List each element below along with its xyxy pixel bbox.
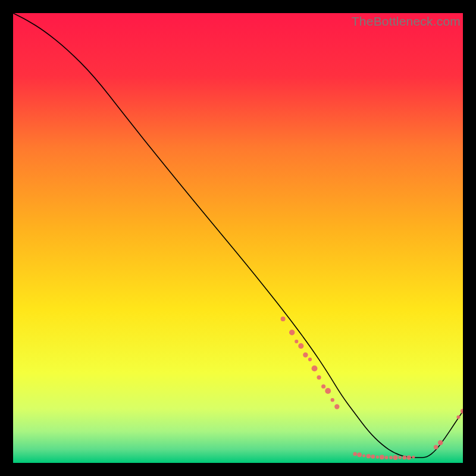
segment-dots-descending-dot xyxy=(303,352,308,357)
gradient-bg xyxy=(13,13,463,463)
segment-dots-descending-dot xyxy=(295,340,298,343)
segment-dots-floor-dot xyxy=(362,454,365,457)
segment-dots-descending-dot xyxy=(312,365,318,371)
segment-dots-descending-dot xyxy=(308,358,312,361)
segment-dots-floor-dot xyxy=(393,455,398,460)
segment-dots-floor-dot xyxy=(380,455,384,459)
segment-dots-descending-dot xyxy=(298,343,303,349)
segment-dots-descending-dot xyxy=(331,398,334,402)
segment-dots-floor-dot xyxy=(407,455,411,459)
segment-dots-descending-dot xyxy=(289,330,295,336)
segment-dots-rising-dot xyxy=(434,445,439,450)
segment-dots-descending-dot xyxy=(321,384,325,389)
segment-dots-floor-dot xyxy=(389,456,393,459)
segment-dots-descending-dot xyxy=(334,404,339,409)
segment-dots-descending-dot xyxy=(281,317,286,321)
segment-dots-floor-dot xyxy=(385,456,389,459)
segment-dots-floor-dot xyxy=(399,456,402,459)
segment-dots-floor-dot xyxy=(376,456,379,459)
segment-dots-floor-dot xyxy=(367,454,371,458)
segment-dots-rising-dot xyxy=(438,440,443,446)
segment-dots-rising-dot xyxy=(456,415,460,419)
segment-dots-floor-dot xyxy=(357,453,362,458)
segment-dots-floor-dot xyxy=(402,456,406,460)
chart-svg xyxy=(13,13,463,463)
segment-dots-floor-dot xyxy=(353,452,357,456)
segment-dots-floor-dot xyxy=(371,455,375,459)
segment-dots-descending-dot xyxy=(317,375,321,380)
watermark-text: TheBottleneck.com xyxy=(352,14,461,29)
segment-dots-floor-dot xyxy=(412,456,415,459)
chart-frame: TheBottleneck.com xyxy=(13,13,463,463)
segment-dots-descending-dot xyxy=(325,388,331,394)
